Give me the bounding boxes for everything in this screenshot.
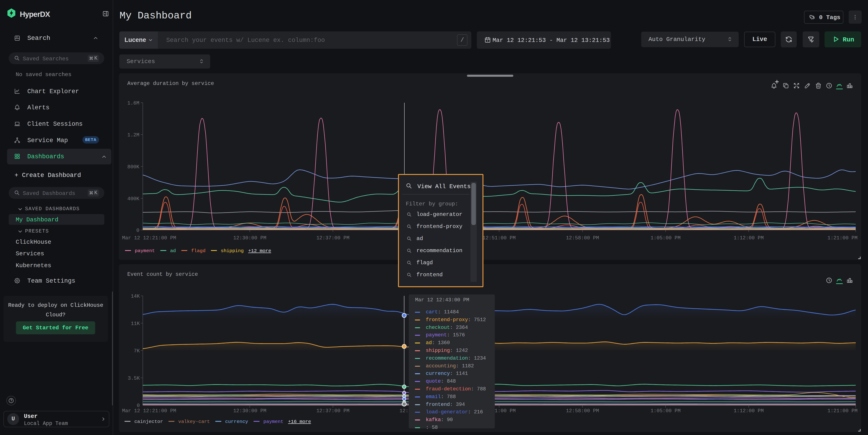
svg-text:valkey-cart: valkey-cart xyxy=(178,419,210,424)
svg-text:shipping: shipping xyxy=(221,248,244,253)
svg-text:Mar 12 12:21:00 PM: Mar 12 12:21:00 PM xyxy=(122,408,176,414)
svg-text:+16 more: +16 more xyxy=(288,419,311,424)
svg-text:14K: 14K xyxy=(131,293,140,299)
svg-text:1.6M: 1.6M xyxy=(127,100,140,106)
svg-text:12:30:00 PM: 12:30:00 PM xyxy=(233,408,266,414)
svg-text:12:58:00 PM: 12:58:00 PM xyxy=(566,235,599,241)
svg-text:12:58:00 PM: 12:58:00 PM xyxy=(566,408,599,414)
svg-text:flagd: flagd xyxy=(191,248,206,253)
svg-text:1:05:00 PM: 1:05:00 PM xyxy=(651,408,681,414)
svg-text:currency: currency xyxy=(225,419,248,424)
svg-text:7K: 7K xyxy=(134,348,140,354)
svg-text:1:21:00 PM: 1:21:00 PM xyxy=(828,408,858,414)
svg-text:Mar 12 12:21:00 PM: Mar 12 12:21:00 PM xyxy=(122,235,176,241)
svg-text:800K: 800K xyxy=(127,164,140,170)
svg-text:400K: 400K xyxy=(127,196,140,202)
svg-text:3.5K: 3.5K xyxy=(128,376,140,381)
svg-text:1:21:00 PM: 1:21:00 PM xyxy=(828,235,858,241)
svg-text:12:37:00 PM: 12:37:00 PM xyxy=(316,235,349,241)
svg-text:payment: payment xyxy=(135,248,155,253)
svg-text:0: 0 xyxy=(136,228,140,234)
svg-text:11K: 11K xyxy=(131,321,140,327)
svg-text:payment: payment xyxy=(264,419,283,424)
svg-text:1.2M: 1.2M xyxy=(127,132,140,138)
svg-text:12:51:00 PM: 12:51:00 PM xyxy=(483,235,516,241)
svg-text:1:12:00 PM: 1:12:00 PM xyxy=(734,235,764,241)
svg-text:0: 0 xyxy=(137,403,140,409)
svg-text:ad: ad xyxy=(170,248,176,253)
svg-text:cainjector: cainjector xyxy=(134,419,163,424)
svg-text:1:05:00 PM: 1:05:00 PM xyxy=(651,235,681,241)
svg-text:12:37:00 PM: 12:37:00 PM xyxy=(316,408,349,414)
svg-text:+12 more: +12 more xyxy=(248,248,271,253)
svg-text:1:12:00 PM: 1:12:00 PM xyxy=(734,408,764,414)
svg-text:12:30:00 PM: 12:30:00 PM xyxy=(233,235,266,241)
